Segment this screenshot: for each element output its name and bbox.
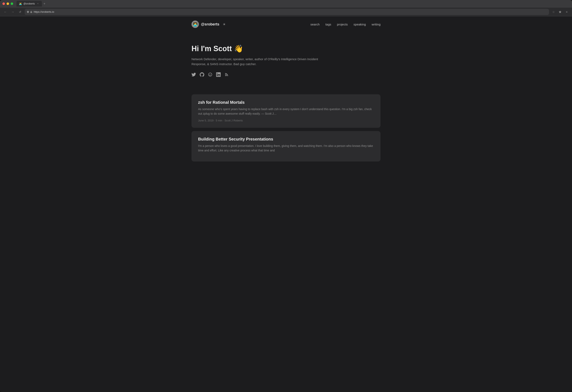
browser-titlebar: 🧑‍💻 @sroberts × + (0, 0, 572, 7)
site-logo[interactable]: 🧑‍💻 @sroberts ☀ (191, 20, 226, 28)
pocket-button[interactable] (557, 9, 563, 15)
tab-bar: 🧑‍💻 @sroberts × + (16, 1, 46, 7)
address-bar[interactable]: https://sroberts.io (25, 9, 549, 15)
tab-label: @sroberts (23, 2, 35, 5)
menu-button[interactable]: ≡ (564, 9, 570, 15)
posts-section: zsh for Rational Mortals As someone who'… (183, 94, 389, 170)
nav-tags[interactable]: tags (325, 23, 331, 26)
bookmark-button[interactable]: ☆ (551, 9, 556, 15)
nav-speaking[interactable]: speaking (354, 23, 366, 26)
nav-projects[interactable]: projects (337, 23, 348, 26)
minimize-button[interactable] (7, 2, 9, 5)
browser-window: 🧑‍💻 @sroberts × + ← → ↺ https://sroberts… (0, 0, 572, 392)
active-tab[interactable]: 🧑‍💻 @sroberts × (16, 1, 42, 7)
security-icons (27, 11, 32, 13)
reload-button[interactable]: ↺ (17, 9, 23, 15)
website-content: 🧑‍💻 @sroberts ☀ search tags projects spe… (0, 16, 572, 392)
github-link[interactable] (200, 72, 204, 78)
post-card-0[interactable]: zsh for Rational Mortals As someone who'… (191, 94, 381, 128)
url-text: https://sroberts.io (34, 10, 547, 13)
post-excerpt-1: I'm a person who loves a good presentati… (198, 144, 374, 153)
new-tab-button[interactable]: + (43, 2, 46, 6)
site-nav: search tags projects speaking writing (310, 23, 381, 26)
nav-search[interactable]: search (310, 23, 320, 26)
site-username: @sroberts (201, 22, 220, 27)
site-header: 🧑‍💻 @sroberts ☀ search tags projects spe… (183, 16, 389, 32)
post-title-0: zsh for Rational Mortals (198, 100, 374, 105)
nav-writing[interactable]: writing (372, 23, 381, 26)
avatar: 🧑‍💻 (191, 20, 199, 28)
hero-section: Hi I'm Scott 👋 Network Defender, develop… (183, 32, 389, 94)
toolbar-right: ☆ ≡ (551, 9, 570, 15)
hero-title: Hi I'm Scott 👋 (191, 44, 381, 53)
linkedin-link[interactable] (216, 72, 221, 78)
keybase-link[interactable] (208, 72, 212, 78)
forward-button[interactable]: → (10, 9, 16, 15)
maximize-button[interactable] (11, 2, 13, 5)
social-links (191, 72, 381, 78)
close-button[interactable] (2, 2, 5, 5)
tab-favicon: 🧑‍💻 (19, 2, 22, 5)
post-title-1: Building Better Security Presentations (198, 137, 374, 141)
tab-close-button[interactable]: × (37, 2, 39, 5)
hero-description: Network Defender, developer, speaker, wr… (191, 57, 327, 67)
browser-toolbar: ← → ↺ https://sroberts.io ☆ ≡ (0, 7, 572, 16)
rss-link[interactable] (224, 72, 229, 78)
theme-toggle-button[interactable]: ☀ (223, 22, 226, 26)
twitter-link[interactable] (191, 72, 196, 78)
back-button[interactable]: ← (2, 9, 8, 15)
post-excerpt-0: As someone who's spent years having to r… (198, 107, 374, 116)
post-card-1[interactable]: Building Better Security Presentations I… (191, 131, 381, 161)
post-meta-0: June 5, 2019 · 5 min · Scott J Roberts (198, 119, 374, 122)
